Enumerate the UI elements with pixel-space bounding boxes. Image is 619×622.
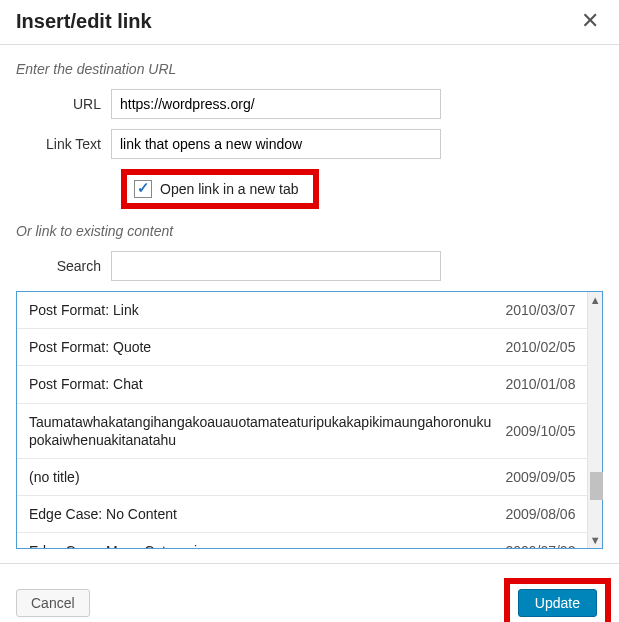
result-title: Post Format: Chat: [29, 375, 143, 393]
result-title: Edge Case: Many Categories: [29, 542, 212, 548]
new-tab-label: Open link in a new tab: [160, 181, 299, 197]
result-date: 2010/02/05: [505, 339, 575, 355]
result-date: 2009/07/02: [505, 543, 575, 548]
scrollbar[interactable]: ▲ ▼: [587, 292, 602, 548]
close-icon[interactable]: ✕: [577, 8, 603, 34]
new-tab-option[interactable]: Open link in a new tab: [121, 169, 319, 209]
dialog-header: Insert/edit link ✕: [0, 0, 619, 45]
list-item[interactable]: (no title)2009/09/05: [17, 459, 587, 496]
result-date: 2009/08/06: [505, 506, 575, 522]
result-date: 2009/09/05: [505, 469, 575, 485]
result-date: 2010/03/07: [505, 302, 575, 318]
dialog-body: Enter the destination URL URL Link Text …: [0, 45, 619, 549]
list-item[interactable]: Taumatawhakatangihangakoauauotamateaturi…: [17, 404, 587, 459]
result-title: (no title): [29, 468, 80, 486]
update-button[interactable]: Update: [518, 589, 597, 617]
results-list[interactable]: Post Format: Link2010/03/07Post Format: …: [17, 292, 587, 548]
url-label: URL: [16, 96, 111, 112]
search-label: Search: [16, 258, 111, 274]
insert-link-dialog: Insert/edit link ✕ Enter the destination…: [0, 0, 619, 622]
result-date: 2010/01/08: [505, 376, 575, 392]
link-text-row: Link Text: [16, 129, 603, 159]
update-highlight: Update: [504, 578, 611, 622]
list-item[interactable]: Post Format: Link2010/03/07: [17, 292, 587, 329]
scroll-up-icon[interactable]: ▲: [590, 292, 601, 308]
new-tab-checkbox[interactable]: [134, 180, 152, 198]
link-text-label: Link Text: [16, 136, 111, 152]
scroll-track[interactable]: [588, 308, 602, 532]
list-item[interactable]: Edge Case: No Content2009/08/06: [17, 496, 587, 533]
results-panel: Post Format: Link2010/03/07Post Format: …: [16, 291, 603, 549]
list-item[interactable]: Edge Case: Many Categories2009/07/02: [17, 533, 587, 548]
result-title: Post Format: Quote: [29, 338, 151, 356]
new-tab-highlight: Open link in a new tab: [121, 169, 603, 209]
search-input[interactable]: [111, 251, 441, 281]
link-text-input[interactable]: [111, 129, 441, 159]
url-input[interactable]: [111, 89, 441, 119]
result-date: 2009/10/05: [505, 423, 575, 439]
list-item[interactable]: Post Format: Chat2010/01/08: [17, 366, 587, 403]
scroll-thumb[interactable]: [590, 472, 603, 500]
existing-section-label: Or link to existing content: [16, 223, 603, 239]
list-item[interactable]: Post Format: Quote2010/02/05: [17, 329, 587, 366]
cancel-button[interactable]: Cancel: [16, 589, 90, 617]
dialog-footer: Cancel Update: [0, 563, 619, 622]
scroll-down-icon[interactable]: ▼: [590, 532, 601, 548]
result-title: Taumatawhakatangihangakoauauotamateaturi…: [29, 413, 493, 449]
result-title: Edge Case: No Content: [29, 505, 177, 523]
url-row: URL: [16, 89, 603, 119]
dialog-title: Insert/edit link: [16, 10, 152, 33]
result-title: Post Format: Link: [29, 301, 139, 319]
search-row: Search: [16, 251, 603, 281]
destination-section-label: Enter the destination URL: [16, 61, 603, 77]
